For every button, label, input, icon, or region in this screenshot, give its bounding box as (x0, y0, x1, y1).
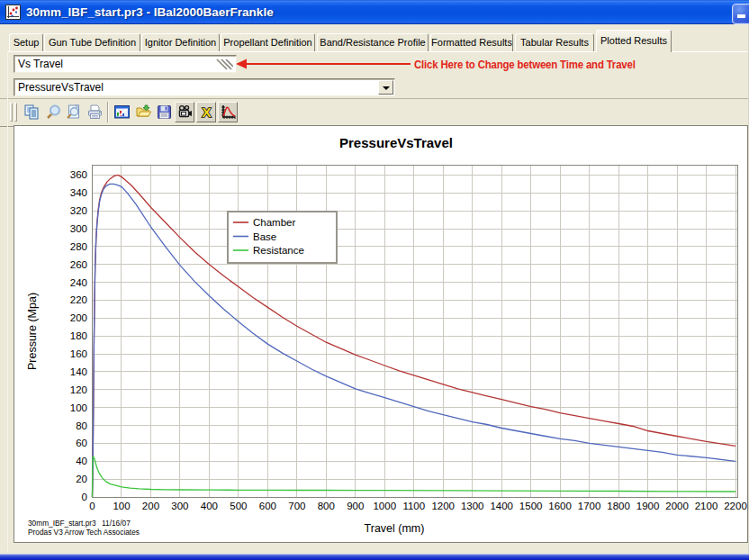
y-tick-label: 280 (70, 241, 87, 252)
x-tick-label: 100 (113, 501, 130, 511)
combo-dropdown-button[interactable] (378, 80, 393, 95)
window-title: 30mm_IBF_start.pr3 - IBal2000BaerFrankle (26, 5, 274, 21)
footnote-line1: 30mm_IBF_start.pr3 11/16/07 (28, 519, 131, 528)
x-tick-label: 2000 (665, 501, 689, 511)
y-tick-label: 220 (70, 294, 87, 305)
chart-window-button[interactable] (113, 102, 132, 122)
minimize-button[interactable] (732, 4, 749, 24)
excel-export-button[interactable]: X (196, 102, 216, 122)
x-tick-label: 1000 (373, 501, 396, 511)
y-tick-label: 80 (76, 420, 87, 431)
chart-window-icon (114, 104, 130, 120)
x-tick-label: 2200 (724, 501, 747, 511)
copy-icon (24, 104, 40, 120)
y-tick-label: 360 (70, 169, 87, 180)
x-tick-label: 1100 (402, 501, 425, 511)
zoom-button[interactable] (44, 102, 64, 122)
legend-label-chamber: Chamber (253, 217, 295, 228)
app-icon (5, 5, 21, 20)
copy-button[interactable] (23, 102, 42, 122)
chart-title: PressureVsTravel (339, 135, 453, 150)
x-tick-label: 1500 (519, 501, 543, 511)
plot-peak-button[interactable] (218, 102, 238, 122)
x-tick-label: 1200 (431, 501, 455, 511)
x-tick-label: 1400 (490, 501, 513, 511)
pressure-vs-travel-chart: PressureVsTravel020406080100120140160180… (14, 126, 747, 542)
y-tick-label: 40 (76, 456, 87, 466)
application-window: 30mm_IBF_start.pr3 - IBal2000BaerFrankle… (0, 0, 749, 560)
y-tick-label: 140 (70, 366, 87, 377)
x-tick-label: 1600 (548, 501, 572, 511)
x-tick-label: 300 (171, 501, 188, 511)
save-icon (157, 104, 172, 120)
y-tick-label: 120 (70, 384, 87, 395)
print-preview-icon (67, 104, 82, 120)
print-icon (87, 104, 103, 120)
y-axis-title: Pressure (Mpa) (26, 293, 39, 370)
open-folder-button[interactable] (134, 102, 154, 122)
tab-tabular-results[interactable]: Tabular Results (515, 33, 594, 51)
x-tick-label: 2100 (695, 501, 718, 511)
y-tick-label: 340 (70, 187, 87, 198)
excel-export-icon: X (199, 104, 214, 120)
open-folder-icon (136, 104, 151, 120)
print-button[interactable] (86, 102, 105, 122)
tab-formatted-results[interactable]: Formatted Results (430, 33, 513, 51)
plot-select-value: PressureVsTravel (18, 81, 104, 94)
y-tick-label: 200 (70, 312, 87, 323)
diagonal-grip-icon (215, 58, 233, 71)
y-tick-label: 260 (70, 259, 87, 270)
toolbar: X (0, 98, 749, 127)
svg-text:X: X (202, 104, 211, 120)
axis-mode-value: Vs Travel (18, 58, 63, 70)
toolbar-grip[interactable] (14, 103, 17, 122)
legend-label-base: Base (253, 231, 276, 242)
video-camera-icon (177, 104, 193, 120)
x-tick-label: 0 (89, 501, 95, 511)
zoom-icon (46, 104, 61, 120)
chevron-down-icon (383, 86, 390, 90)
y-tick-label: 180 (70, 330, 87, 341)
bottom-window-edge (0, 554, 749, 560)
toolbar-grip[interactable] (10, 103, 13, 122)
plot-border (93, 166, 738, 498)
toolbar-separator (107, 102, 108, 122)
tab-page-edge-left (7, 51, 8, 551)
plot-select-combobox[interactable]: PressureVsTravel (14, 78, 395, 96)
x-axis-title: Travel (mm) (365, 522, 425, 535)
minimize-icon (737, 14, 745, 18)
x-tick-label: 1300 (461, 501, 484, 511)
y-tick-label: 100 (70, 402, 87, 413)
x-tick-label: 900 (347, 501, 364, 511)
title-bar: 30mm_IBF_start.pr3 - IBal2000BaerFrankle (0, 0, 749, 24)
y-tick-label: 160 (70, 348, 87, 359)
print-preview-button[interactable] (65, 102, 85, 122)
x-tick-label: 1900 (636, 501, 660, 511)
legend-label-resistance: Resistance (253, 245, 304, 256)
x-tick-label: 1800 (607, 501, 630, 511)
y-tick-label: 300 (70, 223, 87, 234)
left-arrow-icon (236, 57, 412, 71)
tab-propellant-definition[interactable]: Propellant Definition (221, 33, 315, 51)
x-tick-label: 600 (259, 501, 276, 511)
tab-gun-tube-definition[interactable]: Gun Tube Definition (44, 33, 140, 51)
x-tick-label: 700 (288, 501, 305, 511)
tab-setup[interactable]: Setup (9, 33, 43, 51)
x-tick-label: 200 (142, 501, 159, 511)
x-tick-label: 800 (318, 501, 335, 511)
video-camera-button[interactable] (175, 102, 194, 122)
y-tick-label: 320 (70, 205, 87, 216)
y-tick-label: 60 (76, 438, 87, 448)
tab-band-resistance-profile[interactable]: Band/Resistance Profile (317, 33, 429, 51)
x-tick-label: 500 (230, 501, 247, 511)
save-button[interactable] (155, 102, 175, 122)
y-tick-label: 0 (82, 492, 87, 502)
axis-mode-field[interactable]: Vs Travel (14, 55, 237, 73)
annotation-text: Click Here to Change between Time and Tr… (414, 58, 636, 71)
y-tick-label: 20 (76, 474, 87, 484)
chart-panel: PressureVsTravel020406080100120140160180… (14, 125, 748, 543)
tab-plotted-results[interactable]: Plotted Results (596, 30, 672, 52)
footnote-line2: Prodas V3 Arrow Tech Associates (28, 528, 140, 537)
status-strip (0, 543, 749, 554)
tab-ignitor-definition[interactable]: Ignitor Definition (141, 33, 220, 51)
